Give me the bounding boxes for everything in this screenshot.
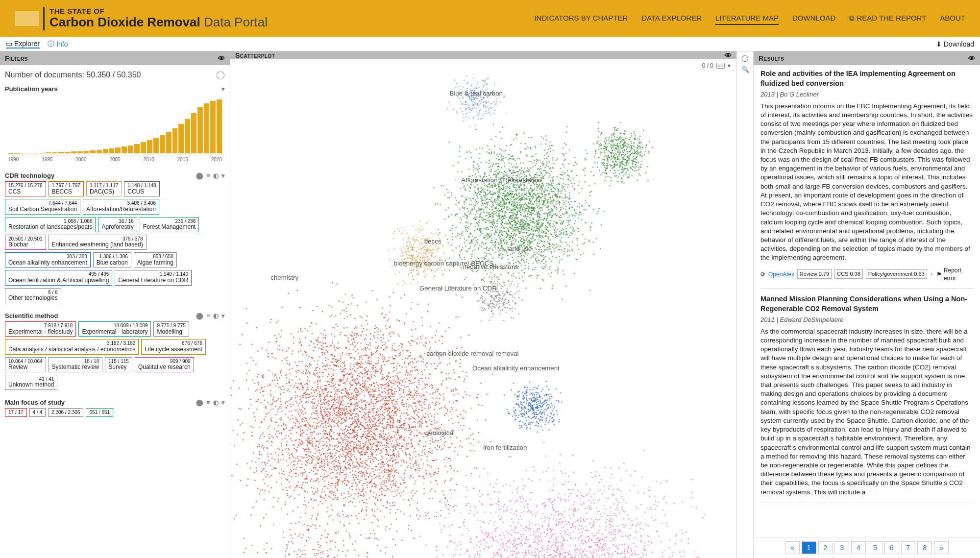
pubyear-chart[interactable]: 1990199520002005201020152020 [5,95,225,163]
bar[interactable] [191,113,196,154]
bar[interactable] [166,132,172,153]
bar[interactable] [178,124,184,153]
bar[interactable] [185,119,190,153]
filter-tag[interactable]: 10.064 / 10.064Review [5,357,46,372]
filter-tag[interactable]: 18.009 / 18.009Experimental - laboratory [78,321,151,337]
bar[interactable] [141,142,146,153]
filter-tag[interactable]: 1.140 / 1.140General Literature on CDR [115,270,192,285]
bar[interactable] [153,138,159,153]
tab-info[interactable]: ⓘ Info [48,40,68,49]
hash-icon[interactable]: ≡ [206,399,210,406]
bar[interactable] [65,152,70,153]
filter-icon[interactable]: ▾ [728,62,731,69]
result-title[interactable]: Role and activities of the IEA Implement… [760,69,973,88]
nav-literature-map[interactable]: LITERATURE MAP [715,12,779,25]
page-3[interactable]: 3 [834,541,849,554]
filter-tag[interactable]: 9.775 / 9.775Modelling [153,321,189,337]
filter-icon[interactable]: ▾ [221,312,225,319]
bar[interactable] [122,146,127,153]
page-1[interactable]: 1 [802,541,816,554]
bar[interactable] [40,153,45,153]
bar[interactable] [21,153,26,153]
openalex-link[interactable]: OpenAlex [768,270,794,278]
page-8[interactable]: 8 [917,541,932,554]
bar[interactable] [77,151,83,153]
filter-tag[interactable]: 383 / 383Ocean alkalinity enhancement [5,252,91,267]
bar[interactable] [46,152,51,153]
bar[interactable] [27,153,32,153]
hash-icon[interactable]: ≡ [206,172,210,179]
bar[interactable] [217,99,222,153]
filter-tag[interactable]: 2.306 / 2.306 [48,408,83,417]
filter-icon[interactable]: ▾ [221,85,225,93]
eye-icon[interactable]: 👁 [218,54,225,62]
filter-tag[interactable]: 20.501 / 20.501Biochar [5,235,46,250]
filter-icon[interactable]: ▾ [221,399,225,406]
bar[interactable] [103,149,108,153]
result-title[interactable]: Manned Mission Planning Considerations w… [760,294,973,314]
link-icon[interactable]: ⬤ [196,172,203,179]
bar[interactable] [204,103,209,153]
filter-tag[interactable]: 651 / 651 [86,408,113,417]
filter-tag[interactable]: 16 / 16Agroforestry [98,217,137,232]
filter-tag[interactable]: 115 / 115Survey [105,357,132,372]
filter-tag[interactable]: 1.797 / 1.797BECCS [49,181,84,196]
filter-tag[interactable]: 236 / 236Forest Management [140,217,199,232]
cc-icon[interactable]: cc [716,63,725,69]
nav-data-explorer[interactable]: DATA EXPLORER [641,12,702,25]
link-icon[interactable]: ⬤ [196,399,203,406]
bar[interactable] [58,152,64,153]
bar[interactable] [52,152,57,153]
lasso-icon[interactable]: ◯ [741,54,749,62]
filter-tag[interactable]: 378 / 378Enhanced weathering (land based… [49,235,147,250]
eye-icon[interactable]: 👁 [725,51,732,59]
bar[interactable] [197,107,203,153]
filter-tag[interactable]: 15.276 / 15.276CCS [5,181,46,196]
page-6[interactable]: 6 [884,541,899,554]
filter-tag[interactable]: 658 / 658Algae farming [134,252,177,267]
hash-icon[interactable]: ≡ [206,312,210,319]
palette-icon[interactable]: ◐ [213,399,219,406]
filter-tag[interactable]: 7.918 / 7.918Experimental - fieldstudy [5,321,76,337]
filter-tag[interactable]: 1.306 / 1.306Blue carbon [93,252,131,267]
link-icon[interactable]: ⬤ [196,312,203,319]
filter-tag[interactable]: 4 / 4 [29,408,46,417]
scatter-canvas[interactable]: 0 / 0 cc ▾ Blue & teal carbonAfforestati… [230,59,736,558]
filter-tag[interactable]: 909 / 909Qualitative research [135,357,194,372]
nav-indicators-by-chapter[interactable]: INDICATORS BY CHAPTER [534,12,628,25]
filter-icon[interactable]: ▾ [221,172,225,179]
palette-icon[interactable]: ◐ [213,312,219,319]
filter-tag[interactable]: 6 / 6Other technologies [5,288,61,303]
filter-tag[interactable]: 7.644 / 7.644Soil Carbon Sequestration [5,199,80,214]
bar[interactable] [172,128,178,153]
bar[interactable] [84,151,89,153]
filter-tag[interactable]: 495 / 495Ocean fertilization & Artificia… [5,270,112,285]
nav-about[interactable]: ABOUT [940,12,965,25]
bar[interactable] [160,135,165,153]
toggle-icon[interactable]: ◯ [216,70,225,79]
page-2[interactable]: 2 [818,541,833,554]
filter-tag[interactable]: 1.117 / 1.117DAC(CS) [86,181,122,196]
bar[interactable] [128,146,133,153]
tab-explorer[interactable]: ▭ Explorer [6,40,40,49]
page-»[interactable]: » [934,541,949,554]
eye-icon[interactable]: 👁 [968,54,976,62]
filter-tag[interactable]: 676 / 676Life cycle assessment [141,339,205,354]
download-page[interactable]: ⬇ Download [936,40,974,48]
nav-read-the-report[interactable]: ⧉READ THE REPORT [849,12,926,25]
bar[interactable] [71,151,76,153]
filter-tag[interactable]: 18 / 18Systematic review [49,357,103,372]
report-error[interactable]: ⚑Report error [936,267,973,282]
bar[interactable] [97,150,102,153]
refresh-icon[interactable]: ⟳ [760,270,765,278]
page-«[interactable]: « [785,541,800,554]
bar[interactable] [134,144,140,153]
page-4[interactable]: 4 [851,541,866,554]
filter-tag[interactable]: 3.182 / 3.182Data analysis / statistical… [5,339,139,354]
page-7[interactable]: 7 [901,541,916,554]
palette-icon[interactable]: ◐ [213,172,219,179]
bar[interactable] [147,140,152,153]
bar[interactable] [115,147,121,153]
filter-tag[interactable]: 1.148 / 1.148CCUS [124,181,159,196]
bar[interactable] [33,153,39,153]
